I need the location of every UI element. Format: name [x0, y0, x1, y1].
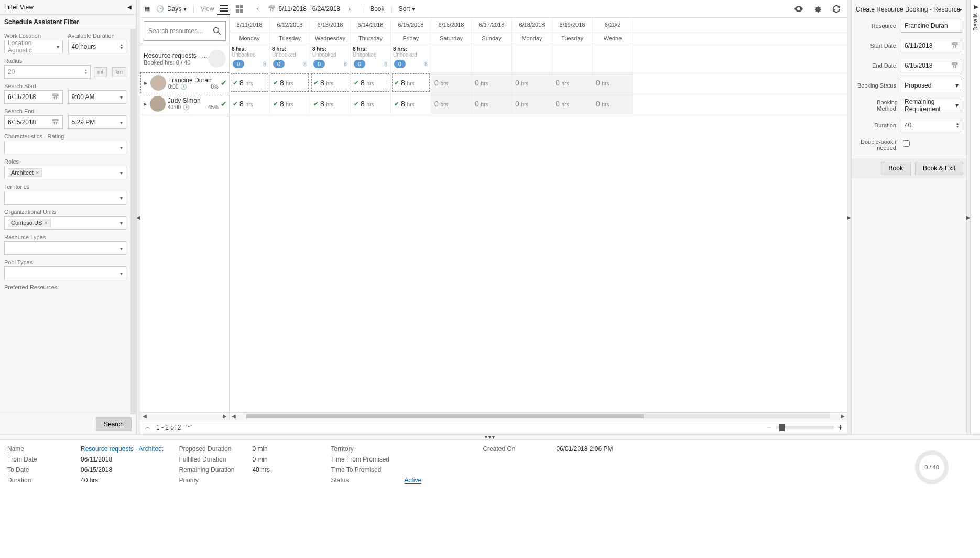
date-header: 6/15/2018 — [391, 18, 431, 31]
dow-header: Wedne — [593, 31, 633, 45]
mi-button[interactable]: mi — [94, 67, 107, 77]
splitter-bottom[interactable]: ▾▾▾ — [0, 434, 980, 439]
gear-icon[interactable] — [811, 3, 824, 15]
spinner-icon[interactable]: ▴▾ — [121, 44, 123, 50]
list-view-icon[interactable] — [217, 3, 230, 15]
remove-tag-icon[interactable]: × — [44, 220, 47, 226]
calendar-icon[interactable] — [268, 5, 276, 13]
booking-panel-title: Create Resource Booking - Resource r ▸ — [856, 3, 962, 16]
schedule-cell[interactable]: 0 hrs — [431, 93, 472, 114]
calendar-icon[interactable] — [951, 42, 959, 49]
prev-icon[interactable]: ‹ — [252, 3, 265, 15]
search-button[interactable]: Search — [96, 417, 132, 431]
splitter-left[interactable]: ◀ — [136, 0, 140, 434]
double-book-checkbox[interactable] — [903, 140, 910, 147]
scroll-left-icon[interactable]: ◀ — [230, 413, 238, 419]
pool-types-select[interactable] — [4, 266, 126, 280]
page-up-icon[interactable]: ︿ — [145, 423, 151, 432]
page-down-icon[interactable]: ﹀ — [186, 423, 192, 432]
schedule-cell[interactable]: ✔8 hrs — [230, 93, 270, 114]
schedule-cell[interactable]: 0 hrs — [593, 72, 633, 93]
schedule-cell[interactable]: ✔8 hrs — [351, 72, 391, 93]
roles-select[interactable]: Architect× — [4, 166, 126, 179]
sort-select[interactable]: Sort ▾ — [399, 5, 415, 13]
characteristics-select[interactable] — [4, 141, 126, 154]
date-range[interactable]: 6/11/2018 - 6/24/2018 — [279, 5, 340, 13]
duration-input[interactable]: 40▴▾ — [901, 119, 962, 132]
schedule-cell[interactable]: 0 hrs — [552, 72, 593, 93]
clock-icon: 🕒 — [180, 84, 187, 90]
search-resources-input[interactable]: Search resources... — [144, 21, 226, 41]
splitter-right[interactable]: ▶ — [847, 0, 851, 434]
territories-select[interactable] — [4, 191, 126, 205]
calendar-icon[interactable] — [51, 119, 59, 126]
calendar-icon[interactable] — [951, 62, 959, 69]
calendar-icon[interactable] — [51, 93, 59, 101]
scroll-left-icon[interactable]: ◀ — [140, 413, 149, 419]
radius-input[interactable]: 20 ▴▾ — [4, 65, 91, 79]
refresh-icon[interactable] — [830, 3, 843, 15]
h-scrollbar[interactable] — [246, 414, 830, 418]
resource-row[interactable]: ▸ Francine Duran 0:00🕒0% ✔ — [140, 72, 229, 93]
collapse-left-icon[interactable]: ◀ — [127, 4, 132, 10]
expand-icon[interactable]: ▸ — [143, 79, 148, 87]
date-header: 6/19/2018 — [552, 18, 593, 31]
expand-right-icon[interactable]: ▸ — [959, 6, 962, 13]
zoom-in-icon[interactable]: + — [838, 423, 843, 432]
avail-duration-input[interactable]: 40 hours ▴▾ — [68, 40, 127, 53]
work-location-select[interactable]: Location Agnostic — [4, 40, 63, 53]
org-units-select[interactable]: Contoso US× — [4, 216, 126, 230]
scroll-right-icon[interactable]: ▶ — [221, 413, 229, 419]
book-exit-button[interactable]: Book & Exit — [915, 162, 963, 175]
search-start-time[interactable]: 9:00 AM — [68, 90, 127, 104]
next-icon[interactable]: › — [343, 3, 356, 15]
schedule-cell[interactable]: 0 hrs — [472, 93, 512, 114]
schedule-cell[interactable]: ✔8 hrs — [391, 72, 431, 93]
schedule-cell[interactable]: 0 hrs — [552, 93, 593, 114]
zoom-slider[interactable] — [776, 426, 834, 429]
schedule-cell[interactable]: ✔8 hrs — [310, 93, 351, 114]
schedule-cell[interactable]: ✔8 hrs — [351, 93, 391, 114]
resource-row[interactable]: ▸ Judy Simon 40:00🕒45% ✔ — [140, 93, 229, 114]
scroll-right-icon[interactable]: ▶ — [839, 413, 847, 419]
days-select[interactable]: Days ▾ — [167, 5, 187, 13]
end-date-input[interactable]: 6/15/2018 — [901, 59, 962, 72]
book-link[interactable]: Book — [370, 5, 384, 13]
search-icon[interactable] — [213, 27, 221, 35]
schedule-cell[interactable]: ✔8 hrs — [270, 93, 310, 114]
remove-tag-icon[interactable]: × — [36, 169, 39, 176]
schedule-cell[interactable]: ✔8 hrs — [310, 72, 351, 93]
start-date-input[interactable]: 6/11/2018 — [901, 39, 962, 52]
schedule-cell[interactable]: ✔8 hrs — [270, 72, 310, 93]
resource-input[interactable]: Francine Duran — [901, 19, 962, 33]
org-tag[interactable]: Contoso US× — [8, 219, 51, 227]
expand-rows-icon[interactable]: ▦ — [145, 6, 150, 11]
requirement-cell — [593, 45, 633, 72]
search-start-date[interactable]: 6/11/2018 — [4, 90, 63, 104]
details-tab[interactable]: ◀ Details — [971, 0, 980, 434]
schedule-cell[interactable]: ✔8 hrs — [230, 72, 270, 93]
schedule-cell[interactable]: ✔8 hrs — [391, 93, 431, 114]
booking-method-select[interactable]: Remaining Requirement▾ — [901, 99, 962, 112]
svg-line-8 — [219, 33, 221, 35]
eye-icon[interactable] — [792, 3, 805, 15]
expand-icon[interactable]: ▸ — [143, 100, 148, 108]
book-button[interactable]: Book — [881, 162, 911, 175]
zoom-out-icon[interactable]: − — [767, 423, 771, 432]
role-tag[interactable]: Architect× — [8, 168, 42, 177]
km-button[interactable]: km — [112, 67, 126, 77]
schedule-cell[interactable]: 0 hrs — [593, 93, 633, 114]
schedule-cell[interactable]: 0 hrs — [512, 72, 552, 93]
schedule-cell[interactable]: 0 hrs — [512, 93, 552, 114]
booking-status-select[interactable]: Proposed▾ — [901, 79, 962, 92]
schedule-cell[interactable]: 0 hrs — [472, 72, 512, 93]
grid-view-icon[interactable] — [233, 3, 246, 15]
schedule-cell[interactable]: 0 hrs — [431, 72, 472, 93]
search-end-time[interactable]: 5:29 PM — [68, 115, 127, 129]
status-link[interactable]: Active — [404, 477, 421, 484]
search-end-date[interactable]: 6/15/2018 — [4, 115, 63, 129]
resource-types-select[interactable] — [4, 241, 126, 255]
requirement-link[interactable]: Resource requests - Architect — [81, 445, 163, 453]
scrollbar[interactable] — [130, 29, 136, 414]
splitter-details[interactable]: ▶ — [966, 0, 971, 434]
